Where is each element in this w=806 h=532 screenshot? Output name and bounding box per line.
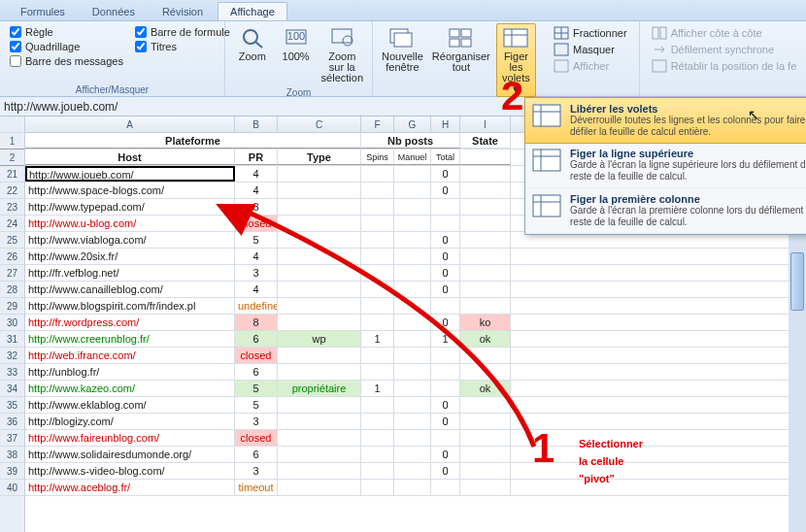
- cell[interactable]: [460, 463, 511, 479]
- cell[interactable]: [394, 414, 431, 429]
- cell[interactable]: http://www.u-blog.com/: [25, 216, 235, 231]
- cell[interactable]: 3: [235, 414, 278, 429]
- dropdown-item[interactable]: Figer la première colonneGarde à l'écran…: [525, 188, 806, 234]
- row-header[interactable]: 37: [0, 430, 24, 447]
- col-C[interactable]: C: [278, 116, 361, 132]
- cell[interactable]: [460, 166, 511, 182]
- cell[interactable]: [460, 282, 511, 297]
- cell[interactable]: [278, 183, 361, 198]
- cell[interactable]: 5: [235, 381, 278, 396]
- cell[interactable]: [394, 430, 431, 446]
- cell[interactable]: http://www.s-video-blog.com/: [25, 463, 235, 479]
- cell[interactable]: 6: [235, 447, 278, 462]
- row-header[interactable]: 36: [0, 414, 24, 430]
- col-H[interactable]: H: [431, 116, 460, 132]
- cell[interactable]: [361, 166, 394, 182]
- cell[interactable]: [460, 480, 511, 495]
- cell[interactable]: 0: [431, 265, 460, 281]
- cell[interactable]: [394, 216, 431, 231]
- cell[interactable]: http://www.blogspirit.com/fr/index.pl: [25, 298, 235, 314]
- row-header[interactable]: 33: [0, 364, 24, 381]
- cell[interactable]: [431, 364, 460, 380]
- hdr-manuel[interactable]: Manuel: [394, 150, 431, 165]
- cell[interactable]: http://www.creerunblog.fr/: [25, 331, 235, 347]
- cell[interactable]: [460, 265, 511, 281]
- chk-messages[interactable]: Barre des messages: [10, 54, 123, 68]
- hdr-host[interactable]: Host: [25, 150, 235, 165]
- cell[interactable]: [431, 216, 460, 231]
- tab-donnees[interactable]: Données: [80, 2, 148, 20]
- hdr-plateforme[interactable]: Plateforme: [25, 133, 361, 149]
- cell[interactable]: [460, 364, 511, 380]
- row-header[interactable]: 21: [0, 166, 24, 183]
- cell[interactable]: [460, 298, 511, 314]
- cell[interactable]: 0: [431, 166, 460, 182]
- cell[interactable]: http://www.solidairesdumonde.org/: [25, 447, 235, 462]
- cell[interactable]: [394, 348, 431, 363]
- chk-quadrillage[interactable]: Quadrillage: [10, 40, 123, 53]
- cell[interactable]: [361, 265, 394, 281]
- cell[interactable]: closed: [235, 216, 278, 231]
- new-window-button[interactable]: Nouvelle fenêtre: [379, 23, 426, 76]
- cell[interactable]: [460, 216, 511, 231]
- row-header[interactable]: 25: [0, 232, 24, 249]
- cell[interactable]: [460, 447, 511, 462]
- cell[interactable]: [361, 282, 394, 297]
- cell[interactable]: 0: [431, 414, 460, 429]
- cell[interactable]: closed: [235, 348, 278, 363]
- cell[interactable]: [361, 463, 394, 479]
- cell[interactable]: 1: [431, 331, 460, 347]
- hdr-state[interactable]: State: [460, 133, 511, 149]
- tab-formules[interactable]: Formules: [8, 2, 78, 20]
- row-header[interactable]: 24: [0, 216, 24, 232]
- row-header[interactable]: 38: [0, 447, 24, 463]
- row-header[interactable]: 35: [0, 397, 24, 414]
- hdr-spins[interactable]: Spins: [361, 150, 394, 165]
- tab-affichage[interactable]: Affichage: [218, 2, 287, 20]
- cell[interactable]: 4: [235, 282, 278, 297]
- cell[interactable]: [460, 430, 511, 446]
- zoom-button[interactable]: Zoom: [231, 23, 274, 65]
- cell[interactable]: http://www.canailleblog.com/: [25, 282, 235, 297]
- cell[interactable]: [278, 480, 361, 495]
- cell[interactable]: 1: [361, 331, 394, 347]
- row-header[interactable]: 30: [0, 315, 24, 331]
- cell[interactable]: [431, 480, 460, 495]
- cell[interactable]: [361, 364, 394, 380]
- cell[interactable]: [394, 298, 431, 314]
- row-header[interactable]: 26: [0, 249, 24, 265]
- cell[interactable]: [460, 183, 511, 198]
- cell[interactable]: http://www.space-blogs.com/: [25, 183, 235, 198]
- cell[interactable]: [278, 232, 361, 248]
- row-header[interactable]: 40: [0, 480, 24, 496]
- cell[interactable]: 4: [235, 183, 278, 198]
- cell[interactable]: [278, 364, 361, 380]
- cell[interactable]: timeout: [235, 480, 278, 495]
- row-header[interactable]: 31: [0, 331, 24, 348]
- cell[interactable]: [394, 265, 431, 281]
- cell[interactable]: [460, 249, 511, 264]
- cell[interactable]: 0: [431, 282, 460, 297]
- cell[interactable]: ko: [460, 315, 511, 330]
- cell[interactable]: [394, 199, 431, 215]
- cell[interactable]: 6: [235, 331, 278, 347]
- cell[interactable]: 8: [235, 199, 278, 215]
- cell[interactable]: [394, 480, 431, 495]
- col-G[interactable]: G: [394, 116, 431, 132]
- cell[interactable]: http://fr.vefblog.net/: [25, 265, 235, 281]
- cell[interactable]: [278, 430, 361, 446]
- cell[interactable]: [394, 315, 431, 330]
- cell[interactable]: http://www.aceblog.fr/: [25, 480, 235, 495]
- chk-formule[interactable]: Barre de formule: [135, 25, 230, 39]
- cell[interactable]: [361, 397, 394, 413]
- cell[interactable]: [278, 397, 361, 413]
- hdr-nb[interactable]: Nb posts: [361, 133, 460, 149]
- cell[interactable]: [394, 331, 431, 347]
- cell[interactable]: [361, 216, 394, 231]
- cell[interactable]: [460, 348, 511, 363]
- cell[interactable]: [460, 199, 511, 215]
- hdr-state2[interactable]: [460, 150, 511, 165]
- row-header[interactable]: 28: [0, 282, 24, 298]
- cell[interactable]: [361, 232, 394, 248]
- cell[interactable]: [394, 463, 431, 479]
